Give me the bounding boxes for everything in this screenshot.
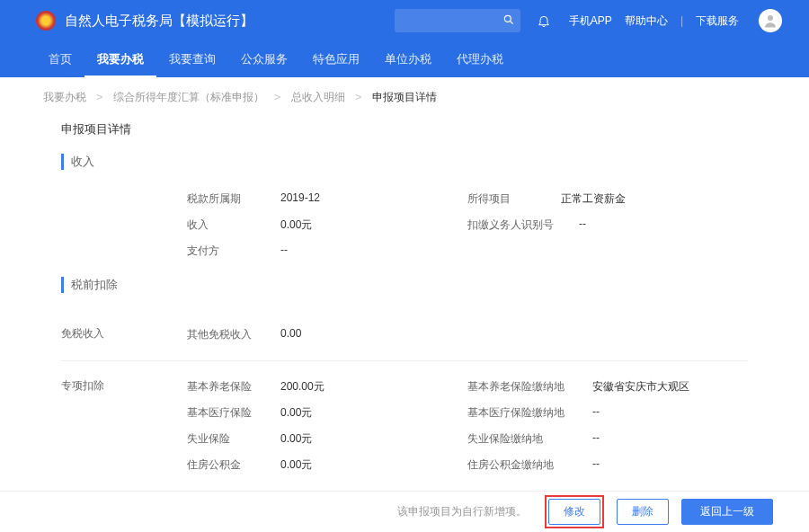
field-label: 失业保险 <box>187 431 268 447</box>
app-title: 自然人电子税务局【模拟运行】 <box>65 13 395 30</box>
svg-point-0 <box>504 15 511 22</box>
main-nav: 首页 我要办税 我要查询 公众服务 特色应用 单位办税 代理办税 <box>0 41 809 77</box>
section-deduct-title: 税前扣除 <box>61 277 748 293</box>
field-label: 基本医疗保险缴纳地 <box>467 405 580 421</box>
field-value: 安徽省安庆市大观区 <box>592 379 689 395</box>
field-label: 扣缴义务人识别号 <box>467 217 566 233</box>
delete-button[interactable]: 删除 <box>617 499 669 525</box>
field-value: -- <box>579 217 586 233</box>
help-center-link[interactable]: 帮助中心 <box>625 13 668 29</box>
field-label: 税款所属期 <box>187 191 268 207</box>
breadcrumb: 我要办税 > 综合所得年度汇算（标准申报） > 总收入明细 > 申报项目详情 <box>0 77 809 118</box>
field-label: 住房公积金 <box>187 457 268 473</box>
nav-public-service[interactable]: 公众服务 <box>228 41 300 77</box>
nav-query[interactable]: 我要查询 <box>156 41 228 77</box>
svg-line-1 <box>511 22 513 24</box>
subsection-label: 专项扣除 <box>61 374 187 478</box>
nav-handle-tax[interactable]: 我要办税 <box>84 41 156 77</box>
field-label: 基本养老保险缴纳地 <box>467 379 580 395</box>
field-label: 基本医疗保险 <box>187 405 268 421</box>
field-value: -- <box>592 405 600 421</box>
breadcrumb-current: 申报项目详情 <box>372 91 437 103</box>
field-label: 所得项目 <box>467 191 548 207</box>
nav-agent-tax[interactable]: 代理办税 <box>444 41 516 77</box>
section-income-title: 收入 <box>61 154 748 170</box>
field-value: -- <box>592 431 600 447</box>
breadcrumb-item[interactable]: 综合所得年度汇算（标准申报） <box>113 91 264 103</box>
highlight-box: 修改 <box>545 495 604 528</box>
field-value: 2019-12 <box>280 191 320 207</box>
bell-icon[interactable] <box>537 13 551 28</box>
app-logo <box>36 11 56 31</box>
search-input[interactable] <box>395 9 520 32</box>
search-icon <box>502 13 515 26</box>
mobile-app-link[interactable]: 手机APP <box>569 13 612 29</box>
chevron-right-icon: > <box>274 91 280 103</box>
field-value: 正常工资薪金 <box>561 191 626 207</box>
field-value: -- <box>592 457 600 473</box>
modify-button[interactable]: 修改 <box>548 499 600 525</box>
avatar[interactable] <box>759 9 782 32</box>
field-value: 200.00元 <box>280 379 324 395</box>
back-button[interactable]: 返回上一级 <box>681 499 773 525</box>
chevron-right-icon: > <box>96 91 102 103</box>
field-label: 失业保险缴纳地 <box>467 431 580 447</box>
field-value: -- <box>280 244 288 259</box>
divider: | <box>680 14 683 27</box>
field-value: 0.00元 <box>280 405 312 421</box>
field-label: 住房公积金缴纳地 <box>467 457 580 473</box>
subsection-label: 免税收入 <box>61 322 187 348</box>
svg-point-2 <box>768 15 773 21</box>
footer-bar: 该申报项目为自行新增项。 修改 删除 返回上一级 <box>0 491 809 532</box>
breadcrumb-item[interactable]: 我要办税 <box>43 91 86 103</box>
field-label: 收入 <box>187 217 268 233</box>
field-label: 基本养老保险 <box>187 379 268 395</box>
field-label: 支付方 <box>187 244 268 259</box>
field-value: 0.00 <box>280 327 301 342</box>
breadcrumb-item[interactable]: 总收入明细 <box>291 91 345 103</box>
field-label: 其他免税收入 <box>187 327 268 342</box>
footer-note: 该申报项目为自行新增项。 <box>397 504 527 519</box>
nav-feature[interactable]: 特色应用 <box>300 41 372 77</box>
field-value: 0.00元 <box>280 431 312 447</box>
field-value: 0.00元 <box>280 217 312 233</box>
nav-home[interactable]: 首页 <box>36 41 84 77</box>
nav-unit-tax[interactable]: 单位办税 <box>372 41 444 77</box>
chevron-right-icon: > <box>355 91 361 103</box>
page-title: 申报项目详情 <box>61 121 748 137</box>
download-link[interactable]: 下载服务 <box>696 13 739 29</box>
field-value: 0.00元 <box>280 457 312 473</box>
